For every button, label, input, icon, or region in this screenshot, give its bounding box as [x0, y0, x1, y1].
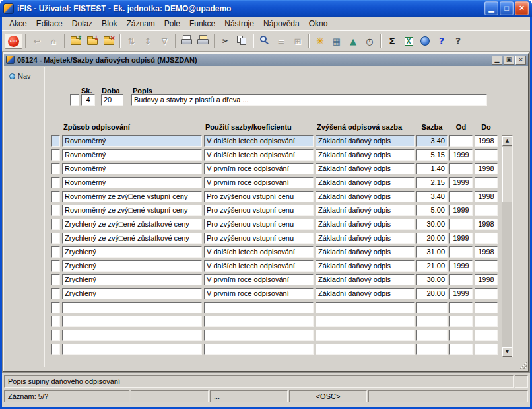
row-selector-cell[interactable] — [51, 288, 60, 299]
zvysena-cell[interactable]: Základní daňový odpis — [316, 246, 415, 258]
do-cell[interactable]: 1998 — [475, 274, 498, 285]
sazba-cell[interactable]: 20.00 — [416, 288, 448, 299]
zvysena-cell[interactable] — [316, 316, 415, 327]
zpusob-cell[interactable]: Zrychlený — [62, 246, 202, 258]
sazba-cell[interactable]: 30.00 — [416, 274, 448, 285]
zvysena-cell[interactable]: Základní daňový odpis — [316, 260, 415, 272]
pouziti-cell[interactable]: Pro zvýšenou vstupní cenu — [204, 233, 314, 244]
doba-field[interactable]: 20 — [101, 94, 123, 106]
row-selector-cell[interactable] — [51, 191, 60, 202]
undo-icon[interactable]: ↩ — [29, 34, 45, 48]
zpusob-cell[interactable]: Zrychlený — [62, 288, 202, 299]
menu-item[interactable]: Okno — [304, 18, 333, 30]
row-selector-cell[interactable] — [51, 330, 60, 341]
pouziti-cell[interactable] — [204, 302, 314, 313]
zpusob-cell[interactable] — [62, 344, 202, 355]
pouziti-cell[interactable]: V dalších letech odpisování — [204, 260, 314, 272]
folder-import-icon[interactable]: ↓ — [84, 34, 100, 48]
sazba-cell[interactable]: 21.00 — [416, 260, 448, 272]
od-cell[interactable] — [449, 316, 473, 327]
pouziti-cell[interactable]: V prvním roce odpisování — [204, 177, 314, 188]
sk-field[interactable]: 4 — [81, 94, 95, 106]
excel-export-icon[interactable]: X — [401, 34, 416, 48]
row-selector-cell[interactable] — [51, 219, 60, 230]
do-cell[interactable]: 1998 — [475, 219, 498, 230]
record-indicator-field[interactable] — [70, 94, 79, 106]
zpusob-cell[interactable]: Rovnoměrný ze zvý□ené vstupní ceny — [62, 205, 202, 216]
zpusob-cell[interactable]: Rovnoměrný ze zvý□ené vstupní ceny — [62, 191, 202, 202]
sazba-cell[interactable]: 30.00 — [416, 219, 448, 230]
zoom-icon[interactable] — [257, 34, 273, 48]
do-cell[interactable] — [475, 260, 498, 272]
od-cell[interactable]: 1999 — [449, 205, 473, 216]
copy-icon[interactable] — [234, 34, 250, 48]
row-selector-cell[interactable] — [51, 246, 60, 258]
zvysena-cell[interactable]: Základní daňový odpis — [316, 163, 415, 174]
sort-ascending-icon[interactable]: ⇅ — [123, 34, 139, 48]
zpusob-cell[interactable]: Zrychlený — [62, 260, 202, 272]
do-cell[interactable]: 1998 — [475, 135, 498, 147]
zvysena-cell[interactable] — [316, 344, 415, 355]
do-cell[interactable] — [475, 330, 498, 341]
nav-panel[interactable]: Nav — [9, 72, 31, 80]
row-selector-cell[interactable] — [51, 135, 60, 147]
do-cell[interactable]: 1998 — [475, 246, 498, 258]
zpusob-cell[interactable]: Rovnoměrný — [62, 177, 202, 188]
od-cell[interactable]: 1999 — [449, 177, 473, 188]
mdi-restore-button[interactable]: ▣ — [504, 56, 514, 65]
row-selector-cell[interactable] — [51, 177, 60, 188]
od-cell[interactable] — [449, 219, 473, 230]
home-icon[interactable]: ⌂ — [46, 34, 61, 48]
row-selector-cell[interactable] — [51, 260, 60, 272]
print-preview-icon[interactable] — [195, 34, 211, 48]
pouziti-cell[interactable]: Pro zvýšenou vstupní cenu — [204, 219, 314, 230]
scroll-thumb[interactable] — [502, 147, 512, 202]
menu-item[interactable]: Funkce — [185, 18, 220, 30]
do-cell[interactable] — [475, 233, 498, 244]
cut-icon[interactable]: ✂ — [218, 34, 234, 48]
folder-delete-icon[interactable]: × — [101, 34, 117, 48]
zvysena-cell[interactable]: Základní daňový odpis — [316, 288, 415, 299]
menu-item[interactable]: Záznam — [121, 18, 159, 30]
od-cell[interactable] — [449, 330, 473, 341]
od-cell[interactable] — [449, 302, 473, 313]
pouziti-cell[interactable]: Pro zvýšenou vstupní cenu — [204, 205, 314, 216]
do-cell[interactable] — [475, 316, 498, 327]
do-cell[interactable]: 1998 — [475, 163, 498, 174]
zpusob-cell[interactable]: Rovnoměrný — [62, 135, 202, 147]
menu-item[interactable]: Nástroje — [220, 18, 259, 30]
resize-grip[interactable] — [518, 361, 527, 369]
globe-icon[interactable] — [417, 34, 433, 48]
zpusob-cell[interactable]: Zrychlený ze zvý□ené zůstatkové ceny — [62, 233, 202, 244]
zvysena-cell[interactable]: Základní daňový odpis — [316, 149, 415, 161]
chart-icon[interactable]: ▲ — [345, 34, 361, 48]
sazba-cell[interactable]: 3.40 — [416, 135, 448, 147]
zpusob-cell[interactable]: Zrychlený ze zvý□ené zůstatkové ceny — [62, 219, 202, 230]
row-selector-cell[interactable] — [51, 316, 60, 327]
zvysena-cell[interactable]: Základní daňový odpis — [316, 191, 415, 202]
help-icon[interactable]: ? — [434, 34, 449, 48]
do-cell[interactable] — [475, 302, 498, 313]
od-cell[interactable] — [449, 191, 473, 202]
sazba-cell[interactable]: 1.40 — [416, 163, 448, 174]
zvysena-cell[interactable]: Základní daňový odpis — [316, 274, 415, 285]
do-cell[interactable] — [475, 344, 498, 355]
menu-item[interactable]: Pole — [160, 18, 185, 30]
filter-icon[interactable]: ∇ — [156, 34, 172, 48]
od-cell[interactable] — [449, 246, 473, 258]
zvysena-cell[interactable]: Základní daňový odpis — [316, 135, 415, 147]
pouziti-cell[interactable]: V prvním roce odpisování — [204, 163, 314, 174]
od-cell[interactable]: 1999 — [449, 260, 473, 272]
od-cell[interactable] — [449, 135, 473, 147]
scroll-down-button[interactable]: ▼ — [502, 347, 512, 357]
pouziti-cell[interactable] — [204, 344, 314, 355]
od-cell[interactable] — [449, 344, 473, 355]
zpusob-cell[interactable] — [62, 330, 202, 341]
menu-item[interactable]: Editace — [32, 18, 67, 30]
minimize-button[interactable]: ▁ — [484, 1, 498, 15]
menu-item[interactable]: Nápověda — [259, 18, 304, 30]
row-selector-cell[interactable] — [51, 163, 60, 174]
clock-icon[interactable]: ◷ — [362, 34, 378, 48]
sazba-cell[interactable]: 5.00 — [416, 205, 448, 216]
pouziti-cell[interactable]: Pro zvýšenou vstupní cenu — [204, 191, 314, 202]
